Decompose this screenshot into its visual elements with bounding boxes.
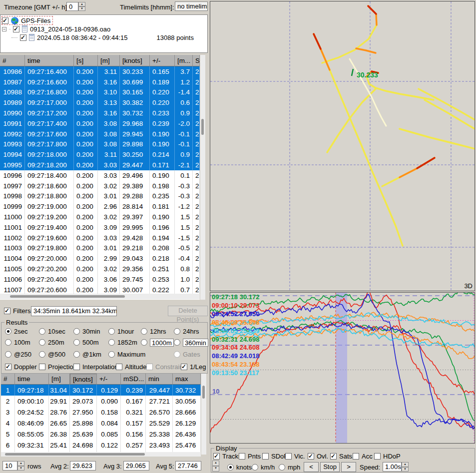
table-cell[interactable]: 0.200 xyxy=(74,222,98,233)
checkbox-icon[interactable] xyxy=(285,453,292,460)
table-cell[interactable]: -1.4 xyxy=(175,87,193,98)
table-cell[interactable]: 0.9 xyxy=(175,108,193,118)
table-row[interactable]: 1100209:27:19.6000.2003.0329.4280.194-1.… xyxy=(0,233,200,243)
table-cell[interactable]: 0.257 xyxy=(121,440,146,451)
table-cell[interactable]: 0.122 xyxy=(97,440,121,451)
table-cell[interactable]: -0.3 xyxy=(175,181,193,191)
table-cell[interactable]: 2 xyxy=(193,77,200,87)
gps-track-line[interactable] xyxy=(350,59,386,126)
timelimits-value[interactable]: no timelimits xyxy=(175,1,208,11)
table-cell[interactable]: 10997 xyxy=(0,181,25,191)
table-cell[interactable]: 10987 xyxy=(0,77,25,87)
table-cell[interactable]: 0.218 xyxy=(150,253,175,264)
checkbox-icon[interactable] xyxy=(39,364,45,370)
table-row[interactable]: 1100109:27:19.4000.2003.0929.9950.1961.5… xyxy=(0,222,200,233)
results-distance-radio[interactable]: 100m xyxy=(5,339,30,346)
table-cell[interactable]: 3.01 xyxy=(98,243,120,254)
table-cell[interactable]: 29.073 xyxy=(70,396,97,407)
step-forward-button[interactable]: > xyxy=(341,462,356,472)
table-row[interactable]: 1100309:27:19.8000.2003.0129.2180.208-0.… xyxy=(0,243,200,254)
table-cell[interactable]: 0.200 xyxy=(74,66,98,77)
table-row[interactable]: 209:00:1029.9129.0730.0900.16727.72130.0… xyxy=(1,396,201,407)
table-cell[interactable]: 25.639 xyxy=(70,429,97,440)
display-checkbox[interactable]: Vic. xyxy=(285,453,305,460)
table-cell[interactable]: 3.16 xyxy=(98,108,120,118)
table-cell[interactable]: 0.200 xyxy=(74,264,98,274)
radio-icon[interactable] xyxy=(279,464,285,471)
table-cell[interactable]: 25.476 xyxy=(173,440,201,451)
table-cell[interactable]: 28.76 xyxy=(49,407,70,418)
table-cell[interactable]: 29.447 xyxy=(146,385,173,396)
table-cell[interactable]: 26.129 xyxy=(173,418,201,429)
column-header[interactable]: [knots] xyxy=(70,374,97,385)
table-cell[interactable]: 30.172 xyxy=(70,385,97,396)
table-cell[interactable]: 2 xyxy=(193,87,200,98)
table-cell[interactable]: -1.5 xyxy=(175,233,193,243)
table-cell[interactable]: -2.1 xyxy=(175,160,193,170)
table-cell[interactable]: 10999 xyxy=(0,201,25,212)
speed-spinner[interactable]: ▲▼ xyxy=(402,462,409,472)
table-cell[interactable]: -1.2 xyxy=(175,201,193,212)
table-cell[interactable]: 2 xyxy=(193,233,200,243)
table-cell[interactable]: 0.085 xyxy=(97,429,121,440)
checkbox-icon[interactable] xyxy=(116,364,122,370)
table-cell[interactable]: 0.200 xyxy=(74,87,98,98)
table-cell[interactable]: 09:27:18.600 xyxy=(25,181,74,191)
display-checkbox[interactable]: Ovl. xyxy=(308,453,328,460)
results-mode-radio[interactable]: @1km xyxy=(73,351,101,358)
table-row[interactable]: 1098809:27:16.8000.2003.1030.1650.220-1.… xyxy=(0,87,200,98)
radio-icon[interactable] xyxy=(39,328,45,335)
stop-button[interactable]: Stop xyxy=(320,462,340,472)
radio-icon[interactable] xyxy=(227,464,234,471)
table-row[interactable]: 408:46:0926.6525.8980.0840.15725.52926.1… xyxy=(1,418,201,429)
table-row[interactable]: 1100609:27:20.4000.2003.0629.7450.2531.0… xyxy=(0,274,200,285)
table-cell[interactable]: 30.732 xyxy=(120,108,150,118)
radio-icon[interactable] xyxy=(108,339,115,346)
table-cell[interactable]: 10991 xyxy=(0,118,25,129)
table-cell[interactable]: 29.389 xyxy=(120,181,150,191)
table-cell[interactable]: 09:27:19.200 xyxy=(25,212,74,222)
tree-item-session[interactable]: 2024.05.18 08:36:42 - 09:44:15 13088 poi… xyxy=(11,33,194,41)
results-distance-radio[interactable]: 250m xyxy=(39,339,64,346)
table-cell[interactable]: 2 xyxy=(193,129,200,139)
results-option-checkbox[interactable]: Interpolation xyxy=(73,363,118,371)
table-cell[interactable]: 29.745 xyxy=(120,274,150,285)
unit-radio[interactable]: km/h xyxy=(252,464,275,471)
table-cell[interactable]: 29.995 xyxy=(120,222,150,233)
graph-scale-spinner[interactable]: ▲▼ xyxy=(212,461,219,472)
table-cell[interactable]: 29.397 xyxy=(120,212,150,222)
table-cell[interactable]: 0.233 xyxy=(150,108,175,118)
table-cell[interactable]: 31.04 xyxy=(49,385,70,396)
results-option-checkbox[interactable]: Doppler xyxy=(5,363,37,371)
table-cell[interactable]: 09:27:19.600 xyxy=(25,233,74,243)
table-cell[interactable]: 10996 xyxy=(0,170,25,181)
table-row[interactable]: 609:32:3125.4124.6980.1220.25723.49325.4… xyxy=(1,440,201,451)
table-row[interactable]: 1098909:27:17.0000.2003.1330.3820.2200.6… xyxy=(0,97,200,108)
table-row[interactable]: 1099809:27:18.8000.2003.0129.2880.235-0.… xyxy=(0,191,200,202)
table-row[interactable]: 1099409:27:18.0000.2003.1130.2500.2140.9… xyxy=(0,149,200,160)
table-cell[interactable]: 0.200 xyxy=(74,170,98,181)
delete-points-button[interactable]: Delete Point(s) xyxy=(168,306,208,316)
step-back-button[interactable]: < xyxy=(304,462,319,472)
table-cell[interactable]: 2 xyxy=(193,243,200,254)
table-cell[interactable]: 0.200 xyxy=(74,181,98,191)
table-cell[interactable]: 29.428 xyxy=(120,233,150,243)
results-mode-radio[interactable]: @500 xyxy=(39,351,65,358)
results-distance-radio[interactable]: 1000m xyxy=(141,339,174,346)
table-cell[interactable]: 3.11 xyxy=(98,149,120,160)
radio-icon[interactable] xyxy=(73,339,80,346)
gps-track-line[interactable] xyxy=(400,129,475,149)
table-cell[interactable]: 09:27:17.200 xyxy=(25,108,74,118)
table-cell[interactable]: 09:27:19.000 xyxy=(25,201,74,212)
table-cell[interactable]: 30.056 xyxy=(173,396,201,407)
table-cell[interactable]: 3.02 xyxy=(98,264,120,274)
table-cell[interactable]: 3.03 xyxy=(98,160,120,170)
checkbox-icon[interactable] xyxy=(262,453,269,460)
radio-icon[interactable] xyxy=(141,339,147,346)
table-cell[interactable]: 0.200 xyxy=(74,191,98,202)
table-cell[interactable]: 0.196 xyxy=(150,222,175,233)
table-cell[interactable]: 0.253 xyxy=(150,274,175,285)
checkbox-icon[interactable] xyxy=(5,364,11,370)
table-cell[interactable]: -0.4 xyxy=(175,253,193,264)
table-cell[interactable]: 29.898 xyxy=(120,139,150,150)
